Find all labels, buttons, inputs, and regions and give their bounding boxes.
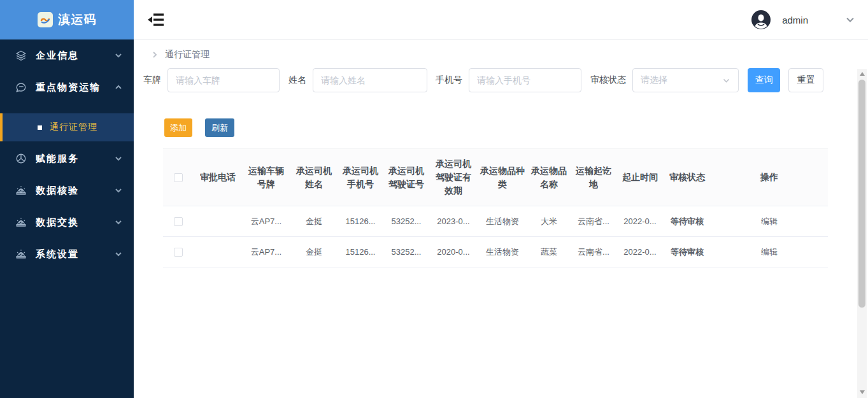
col-driver-name: 承运司机姓名 xyxy=(290,149,338,206)
user-menu[interactable]: admin xyxy=(751,0,855,39)
edit-link[interactable]: 编辑 xyxy=(711,206,828,237)
cell-driver-phone: 15126... xyxy=(338,206,383,237)
row-checkbox[interactable] xyxy=(174,248,183,257)
cell-vehicle-plate: 云AP7... xyxy=(242,206,290,237)
col-license-valid: 承运司机驾驶证有效期 xyxy=(429,149,478,206)
siren-icon xyxy=(15,185,27,196)
sidebar-collapse-icon[interactable] xyxy=(148,12,164,27)
col-route: 运输起讫地 xyxy=(571,149,616,206)
chevron-down-icon xyxy=(115,218,122,226)
sidebar-item-enterprise-info[interactable]: 企业信息 xyxy=(0,39,134,71)
edit-link[interactable]: 编辑 xyxy=(711,237,828,267)
scroll-down-arrow[interactable] xyxy=(857,387,867,397)
cell-license-no: 53252... xyxy=(383,237,429,267)
table-row: 云AP7... 金挺 15126... 53252... 2020-0... 生… xyxy=(163,237,828,267)
chevron-down-icon xyxy=(115,155,122,162)
cell-driver-phone: 15126... xyxy=(338,237,383,267)
table-header-row: 审批电话 运输车辆号牌 承运司机姓名 承运司机手机号 承运司机驾驶证号 承运司机… xyxy=(163,149,828,206)
comment-icon xyxy=(15,82,27,93)
cell-license-no: 53252... xyxy=(383,206,429,237)
wheel-icon xyxy=(15,153,27,164)
username-label: admin xyxy=(782,15,808,25)
cell-license-valid: 2023-0... xyxy=(429,206,478,237)
layers-icon xyxy=(15,50,27,61)
refresh-button[interactable]: 刷新 xyxy=(205,118,234,137)
sidebar-item-data-verification[interactable]: 数据核验 xyxy=(0,174,134,206)
main-content: 通行证管理 车牌 姓名 手机号 审核状态 请选择 查询 重置 添加 刷新 审批电… xyxy=(134,40,868,398)
scrollbar-thumb[interactable] xyxy=(858,80,865,308)
cell-driver-name: 金挺 xyxy=(290,237,338,267)
sidebar-item-label: 重点物资运输 xyxy=(36,82,115,94)
cell-period: 2022-0... xyxy=(616,206,664,237)
chevron-up-icon xyxy=(115,83,122,91)
app-logo-icon xyxy=(38,12,53,27)
sidebar-menu: 企业信息 重点物资运输 通行证管理 赋能服务 xyxy=(0,39,134,270)
sidebar-item-label: 赋能服务 xyxy=(36,153,115,165)
cell-period: 2022-0... xyxy=(616,237,664,267)
sidebar-item-key-materials-transport[interactable]: 重点物资运输 xyxy=(0,71,134,103)
cell-route: 云南省... xyxy=(571,237,616,267)
cell-approve-phone xyxy=(194,237,242,267)
col-license-no: 承运司机驾驶证号 xyxy=(383,149,429,206)
app-logo: 滇运码 xyxy=(0,0,134,39)
col-status: 审核状态 xyxy=(664,149,711,206)
sidebar-item-empower-services[interactable]: 赋能服务 xyxy=(0,143,134,174)
status-label: 审核状态 xyxy=(590,75,626,86)
plate-input[interactable] xyxy=(167,68,280,92)
cell-goods-type: 生活物资 xyxy=(478,206,527,237)
chevron-down-icon xyxy=(115,250,122,258)
col-actions: 操作 xyxy=(711,149,828,206)
select-all-checkbox[interactable] xyxy=(174,173,183,182)
vertical-scrollbar[interactable] xyxy=(857,69,867,398)
topbar: admin xyxy=(134,0,868,39)
status-select[interactable]: 请选择 xyxy=(632,68,739,92)
status-select-placeholder: 请选择 xyxy=(641,75,667,86)
table-toolbar: 添加 刷新 xyxy=(164,118,234,137)
status-badge: 等待审核 xyxy=(664,206,711,237)
col-vehicle-plate: 运输车辆号牌 xyxy=(242,149,290,206)
passes-table: 审批电话 运输车辆号牌 承运司机姓名 承运司机手机号 承运司机驾驶证号 承运司机… xyxy=(163,148,828,267)
name-input[interactable] xyxy=(313,68,427,92)
col-driver-phone: 承运司机手机号 xyxy=(338,149,383,206)
reset-button[interactable]: 重置 xyxy=(788,68,823,92)
name-label: 姓名 xyxy=(288,75,306,86)
scroll-up-arrow[interactable] xyxy=(857,69,867,78)
phone-label: 手机号 xyxy=(436,75,462,86)
app-title: 滇运码 xyxy=(59,11,97,28)
cell-driver-name: 金挺 xyxy=(290,206,338,237)
select-all-cell xyxy=(163,149,194,206)
col-goods-name: 承运物品名称 xyxy=(527,149,571,206)
cell-goods-name: 大米 xyxy=(527,206,571,237)
sidebar-item-data-exchange[interactable]: 数据交换 xyxy=(0,206,134,238)
chevron-down-icon xyxy=(722,76,730,85)
sidebar-subitem-pass-management[interactable]: 通行证管理 xyxy=(0,113,134,141)
query-button[interactable]: 查询 xyxy=(748,68,780,92)
col-period: 起止时间 xyxy=(616,149,664,206)
cell-route: 云南省... xyxy=(571,206,616,237)
sidebar-item-system-settings[interactable]: 系统设置 xyxy=(0,238,134,270)
bullet-icon xyxy=(38,125,42,130)
add-button[interactable]: 添加 xyxy=(164,118,192,137)
breadcrumb: 通行证管理 xyxy=(151,49,210,60)
cell-license-valid: 2020-0... xyxy=(429,237,478,267)
chevron-down-icon xyxy=(115,187,122,194)
sidebar-item-label: 数据交换 xyxy=(36,217,115,229)
chevron-down-icon[interactable] xyxy=(845,15,855,25)
sidebar-item-label: 系统设置 xyxy=(36,248,115,260)
filter-bar: 车牌 姓名 手机号 审核状态 请选择 查询 重置 xyxy=(143,68,823,93)
col-goods-type: 承运物品种类 xyxy=(478,149,527,206)
cell-vehicle-plate: 云AP7... xyxy=(242,237,290,267)
sidebar: 滇运码 企业信息 重点物资运输 通行证管理 赋能服务 xyxy=(0,0,134,398)
cell-goods-name: 蔬菜 xyxy=(527,237,571,267)
sidebar-item-label: 数据核验 xyxy=(36,185,115,197)
breadcrumb-current: 通行证管理 xyxy=(165,49,210,60)
plate-label: 车牌 xyxy=(143,75,161,86)
sidebar-item-label: 企业信息 xyxy=(36,50,115,62)
cell-goods-type: 生活物资 xyxy=(478,237,527,267)
siren-icon xyxy=(15,248,27,260)
sidebar-subitem-label: 通行证管理 xyxy=(50,122,97,133)
phone-input[interactable] xyxy=(469,68,581,92)
col-approve-phone: 审批电话 xyxy=(194,149,242,206)
row-checkbox[interactable] xyxy=(174,217,183,226)
siren-icon xyxy=(15,217,27,228)
